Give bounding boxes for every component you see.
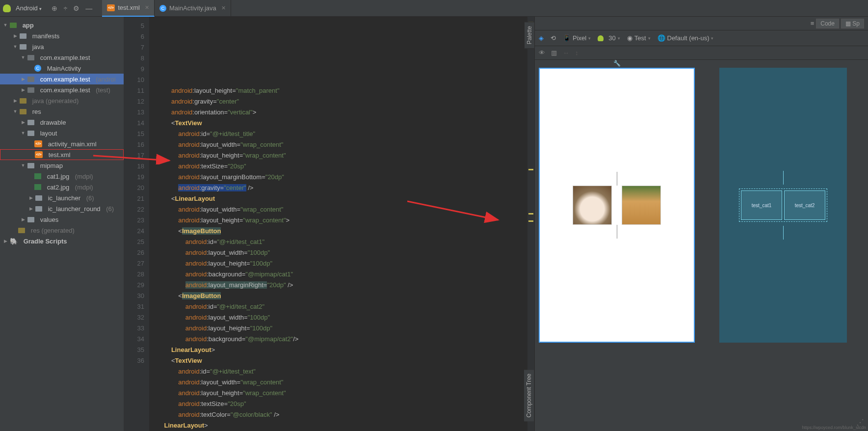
tree-node-ic-launcher[interactable]: ▶ ic_launcher (6)	[0, 192, 124, 203]
tab-test-xml[interactable]: </> test.xml ✕	[102, 0, 155, 17]
split-view-button[interactable]: ▦ Sp	[841, 19, 864, 28]
device-selector[interactable]: 📱 Pixel▾	[563, 34, 591, 42]
image-file-icon	[34, 184, 41, 190]
tree-node-mainactivity[interactable]: C MainActivity	[0, 63, 124, 74]
xml-file-icon: </>	[107, 4, 115, 11]
android-icon	[3, 4, 11, 12]
preview-imagebutton-cat1[interactable]	[573, 186, 612, 225]
blueprint-preview[interactable]: test_cat1 test_cat2	[719, 68, 847, 343]
tree-node-res-gen[interactable]: res (generated)	[0, 225, 124, 236]
tree-node-ic-launcher-round[interactable]: ▶ ic_launcher_round (6)	[0, 203, 124, 214]
tree-node-test-xml[interactable]: </> test.xml	[0, 149, 124, 160]
api-selector[interactable]: 30▾	[598, 34, 620, 42]
project-selector[interactable]: Android ▾	[16, 4, 42, 12]
layout-mode-icon[interactable]: ▥	[551, 49, 557, 56]
xml-file-icon: </>	[34, 140, 42, 147]
java-class-icon: C	[34, 65, 41, 72]
target-icon[interactable]: ⊕	[52, 4, 57, 12]
design-surface-icon[interactable]: ◈	[539, 34, 544, 42]
wrench-icon[interactable]: 🔧	[613, 60, 621, 67]
tree-node-pkg-test[interactable]: ▶ com.example.test (test)	[0, 84, 124, 95]
theme-selector[interactable]: ◉ Test▾	[627, 34, 651, 42]
palette-tab[interactable]: Palette	[524, 22, 535, 49]
gradle-icon: 🐘	[10, 238, 18, 245]
tree-node-values[interactable]: ▶ values	[0, 214, 124, 225]
tree-node-cat2[interactable]: cat2.jpg (mdpi)	[0, 182, 124, 192]
tree-node-java-gen[interactable]: ▶ java (generated)	[0, 95, 124, 106]
tree-node-pkg[interactable]: ▼ com.example.test	[0, 52, 124, 63]
tree-node-java[interactable]: ▼ java	[0, 41, 124, 52]
java-class-icon: C	[159, 5, 166, 12]
tree-node-app[interactable]: ▼ app	[0, 20, 124, 30]
orientation-icon[interactable]: ⟲	[551, 34, 556, 42]
line-gutter: 5678910111213141516171819202122232425262…	[124, 17, 149, 431]
project-tree[interactable]: ▼ app ▶ manifests ▼ java ▼ com.example.t…	[0, 17, 124, 431]
xml-file-icon: </>	[35, 151, 43, 158]
preview-imagebutton-cat2[interactable]	[622, 186, 661, 225]
tree-node-manifests[interactable]: ▶ manifests	[0, 30, 124, 41]
tree-node-layout[interactable]: ▼ layout	[0, 128, 124, 138]
tree-node-gradle[interactable]: ▶🐘 Gradle Scripts	[0, 236, 124, 246]
view-options-icon[interactable]: 👁	[539, 49, 545, 56]
tab-mainactivity[interactable]: C MainActivity.java ✕	[155, 0, 231, 17]
top-toolbar: Android ▾ ⊕ ÷ ⚙ — </> test.xml ✕ C MainA…	[0, 0, 868, 17]
tree-node-cat1[interactable]: cat1.jpg (mdpi)	[0, 171, 124, 182]
pan-icon[interactable]: ↔	[563, 49, 569, 56]
zoom-icon[interactable]: ↕	[575, 49, 579, 56]
watermark: https://wpoyced.rom/blunk_slcdn	[802, 425, 866, 430]
editor-tabs: </> test.xml ✕ C MainActivity.java ✕	[102, 0, 231, 17]
list-view-icon[interactable]: ≡	[811, 20, 815, 27]
design-preview[interactable]: 🔧	[539, 68, 695, 343]
code-editor[interactable]: 5678910111213141516171819202122232425262…	[124, 17, 534, 431]
close-icon[interactable]: ✕	[145, 4, 149, 11]
tree-node-pkg-androidtest[interactable]: ▶ com.example.test (androi	[0, 74, 124, 84]
tree-node-res[interactable]: ▼ res	[0, 106, 124, 117]
component-tree-tab[interactable]: Component Tree	[524, 370, 534, 421]
tree-node-activity-main[interactable]: </> activity_main.xml	[0, 138, 124, 149]
image-file-icon	[34, 173, 41, 179]
collapse-icon[interactable]: ÷	[63, 4, 67, 12]
design-panel: Palette ≡ Code ▦ Sp ◈ ⟲ 📱 Pixel▾ 30▾ ◉ T…	[534, 17, 868, 431]
tree-node-drawable[interactable]: ▶ drawable	[0, 117, 124, 128]
error-stripe[interactable]	[527, 17, 534, 431]
code-view-button[interactable]: Code	[816, 19, 839, 28]
settings-icon[interactable]: ⚙	[73, 4, 79, 12]
tree-node-mipmap[interactable]: ▼ mipmap	[0, 160, 124, 171]
locale-selector[interactable]: 🌐 Default (en-us)▾	[658, 34, 714, 42]
design-toolbar: ◈ ⟲ 📱 Pixel▾ 30▾ ◉ Test▾ 🌐 Default (en-u…	[535, 30, 868, 46]
close-icon[interactable]: ✕	[221, 5, 226, 11]
minimize-icon[interactable]: —	[85, 4, 92, 12]
